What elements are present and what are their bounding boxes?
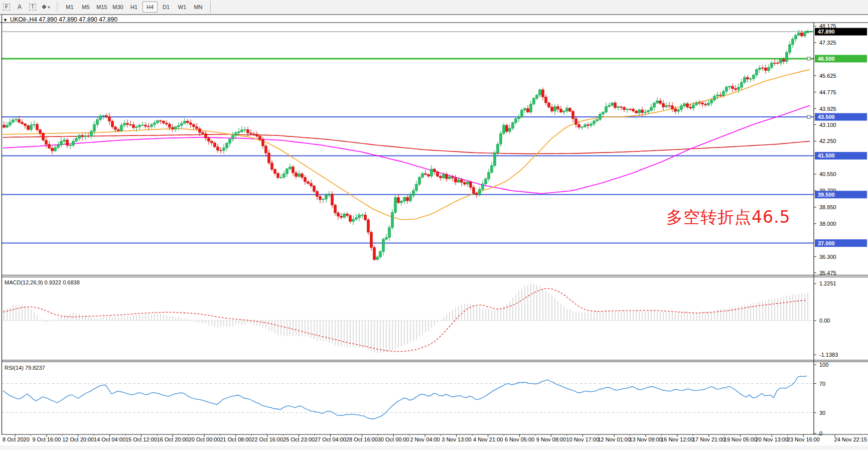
rsi-tick-label: 70 [819, 381, 825, 387]
time-tick-label: 19 Nov 05:00 [724, 436, 757, 442]
macd-axis[interactable]: 1.22510.00-1.1383 [814, 280, 838, 358]
price-tick-label: 43.100 [819, 122, 836, 128]
time-tick-label: 28 Oct 16:00 [346, 436, 378, 442]
time-tick-label: 2 Nov 04:00 [410, 436, 440, 442]
time-tick-label: 13 Nov 09:00 [629, 436, 662, 442]
rsi-plot[interactable] [2, 362, 814, 434]
timeframe-button-d1[interactable]: D1 [159, 2, 174, 13]
line-handle[interactable] [807, 57, 810, 60]
time-tick-label: 20 Oct 00:00 [189, 436, 220, 442]
price-tick-label: 43.925 [819, 106, 836, 112]
time-tick-label: 16 Oct 20:00 [157, 436, 189, 442]
price-tick-label: 42.250 [819, 138, 836, 144]
macd-tick-label: 1.2251 [819, 280, 836, 286]
frame-f-icon[interactable]: F [1, 2, 13, 13]
rsi-axis[interactable]: 10070300 [814, 362, 828, 436]
time-tick-label: 12 Nov 01:00 [598, 436, 630, 442]
shapes-icon[interactable]: ❖▾ [40, 2, 52, 13]
chart-window: 48.17547.32545.62544.77543.92543.10042.2… [0, 15, 868, 450]
rsi-tick-label: 30 [819, 410, 825, 416]
macd-tick-label: -1.1383 [819, 352, 838, 358]
time-tick-label: 4 Nov 21:00 [473, 436, 503, 442]
time-tick-label: 24 Nov 22:15 [834, 436, 867, 442]
green-line-label-text: 46.500 [818, 56, 835, 62]
window-bottom-strip [0, 445, 868, 450]
price-axis[interactable]: 48.17547.32545.62544.77543.92543.10042.2… [814, 23, 867, 275]
time-tick-label: 17 Nov 21:00 [692, 436, 725, 442]
price-tick-label: 35.475 [819, 270, 836, 276]
time-tick-label: 20 Nov 13:00 [756, 436, 788, 442]
blue-line-label-4-text: 37.000 [818, 240, 835, 246]
time-tick-label: 16 Nov 12:00 [661, 436, 693, 442]
time-tick-label: 10 Nov 17:00 [566, 436, 599, 442]
blue-line-label-1-text: 43.500 [818, 114, 835, 120]
time-tick-label: 23 Nov 16:00 [787, 436, 820, 442]
dropdown-arrow-icon[interactable]: ▾ [48, 5, 50, 10]
rsi-tick-label: 0 [819, 430, 822, 436]
toolbar-grip[interactable] [56, 2, 59, 12]
timeframe-button-m5[interactable]: M5 [78, 2, 93, 13]
timeframe-button-w1[interactable]: W1 [175, 2, 190, 13]
time-tick-label: 22 Oct 16:00 [251, 436, 283, 442]
time-tick-label: 30 Oct 00:00 [378, 436, 409, 442]
text-box-icon[interactable]: T [27, 2, 39, 13]
time-tick-label: 14 Oct 04:00 [94, 436, 125, 442]
macd-tick-label: 0.00 [819, 318, 830, 324]
price-tick-label: 38.000 [819, 221, 836, 227]
price-tick-label: 47.325 [819, 40, 836, 46]
price-tick-label: 44.775 [819, 89, 836, 95]
chart-text-annotation[interactable]: 多空转折点46.5 [666, 206, 790, 229]
toolbar-separator [210, 1, 211, 13]
text-label-icon[interactable]: A [14, 2, 26, 13]
last-price-label-text: 47.890 [818, 29, 835, 35]
blue-line-label-3-text: 39.500 [818, 192, 835, 198]
time-tick-label: 6 Nov 05:00 [505, 436, 534, 442]
timeframe-button-h1[interactable]: H1 [126, 2, 141, 13]
time-tick-label: 12 Oct 20:00 [62, 436, 94, 442]
line-handle[interactable] [807, 115, 810, 118]
time-tick-label: 3 Nov 13:00 [442, 436, 471, 442]
time-tick-label: 15 Oct 12:00 [125, 436, 157, 442]
toolbar: FAT❖▾M1M5M15M30H1H4D1W1MN [0, 0, 868, 15]
price-tick-label: 45.625 [819, 73, 836, 79]
time-tick-label: 9 Nov 08:00 [536, 436, 566, 442]
timeframe-button-m15[interactable]: M15 [94, 2, 109, 13]
rsi-tick-label: 100 [819, 362, 828, 368]
chart-canvas[interactable]: 48.17547.32545.62544.77543.92543.10042.2… [0, 15, 868, 450]
price-tick-label: 36.300 [819, 254, 836, 260]
time-tick-label: 25 Oct 23:00 [283, 436, 315, 442]
time-tick-label: 21 Oct 08:00 [220, 436, 251, 442]
time-axis[interactable]: 8 Oct 20209 Oct 16:0012 Oct 20:0014 Oct … [3, 434, 867, 442]
timeframe-button-m30[interactable]: M30 [110, 2, 125, 13]
timeframe-button-m1[interactable]: M1 [62, 2, 77, 13]
timeframe-button-h4[interactable]: H4 [142, 2, 158, 13]
macd-plot[interactable] [2, 277, 814, 360]
time-tick-label: 8 Oct 2020 [3, 436, 30, 442]
price-tick-label: 38.850 [819, 204, 836, 210]
time-tick-label: 27 Oct 04:00 [315, 436, 346, 442]
timeframe-button-mn[interactable]: MN [191, 2, 206, 13]
time-tick-label: 9 Oct 16:00 [32, 436, 61, 442]
blue-line-label-2-text: 41.500 [818, 153, 835, 159]
price-tick-label: 40.550 [819, 171, 836, 177]
